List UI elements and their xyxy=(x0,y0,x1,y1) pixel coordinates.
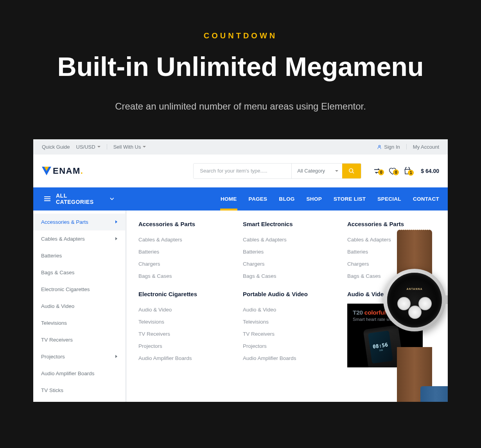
mega-col-1: Accessories & Parts Cables & AdaptersBat… xyxy=(138,221,227,392)
sidebar-item-label: TV Receivers xyxy=(41,337,73,343)
svg-line-2 xyxy=(352,172,354,173)
mega-heading: Accessories & Parts xyxy=(347,221,436,227)
mega-link[interactable]: Audio & Video xyxy=(138,304,227,316)
sidebar-item[interactable]: Batteries xyxy=(33,247,125,264)
mega-link[interactable]: Chargers xyxy=(243,258,332,270)
sidebar-item-label: Projectors xyxy=(41,354,65,360)
sell-with-us-link[interactable]: Sell With Us xyxy=(113,144,146,150)
my-account-link[interactable]: My Account xyxy=(413,144,439,150)
nav-links: HOMEPAGESBLOGSHOPSTORE LISTSPECIALCONTAC… xyxy=(125,187,448,211)
mega-link[interactable]: Televisions xyxy=(138,316,227,328)
sidebar-item-label: Televisions xyxy=(41,320,67,326)
sidebar-item-label: TV Sticks xyxy=(41,387,63,393)
mega-link[interactable]: Bags & Cases xyxy=(347,270,436,282)
sidebar-item-label: Electronic Cigarettes xyxy=(41,286,90,292)
nav-link-contact[interactable]: CONTACT xyxy=(413,187,439,211)
megamenu-content: Accessories & PartsCables & AdaptersBatt… xyxy=(33,211,448,402)
mega-heading: Electronic Cigarettes xyxy=(138,291,227,297)
promo-screen-graphic: 08:56 SUN xyxy=(368,330,393,363)
nav-link-blog[interactable]: BLOG xyxy=(279,187,294,211)
nav-link-shop[interactable]: SHOP xyxy=(307,187,322,211)
sidebar-item[interactable]: Projectors xyxy=(33,348,125,365)
mega-link[interactable]: Batteries xyxy=(138,246,227,258)
mega-link[interactable]: Cables & Adapters xyxy=(138,234,227,246)
logo-text: ENAM. xyxy=(53,166,83,176)
nav-link-special[interactable]: SPECIAL xyxy=(377,187,401,211)
sidebar-item-label: Audio & Video xyxy=(41,303,74,309)
sidebar-item[interactable]: Cables & Adapters xyxy=(33,230,125,247)
svg-point-1 xyxy=(349,169,353,172)
topbar: Quick Guide US/USD Sell With Us Sign In … xyxy=(33,139,448,155)
compare-button[interactable]: 0 xyxy=(373,167,382,175)
cart-button[interactable]: 1 xyxy=(404,167,411,175)
sidebar-item-label: Batteries xyxy=(41,253,62,259)
sidebar-item[interactable]: TV Sticks xyxy=(33,382,125,399)
header-icons: 0 0 1 $ 64.00 xyxy=(373,167,439,175)
hero: COUNTDOWN Built-in Unlimited Megamenu Cr… xyxy=(16,31,465,112)
quick-guide-link[interactable]: Quick Guide xyxy=(42,144,70,150)
caret-down-icon xyxy=(97,146,101,148)
currency-selector[interactable]: US/USD xyxy=(76,144,101,150)
mega-link[interactable]: Projectors xyxy=(138,340,227,352)
search-bar: All Category xyxy=(193,163,361,179)
chevron-right-icon xyxy=(115,355,117,358)
divider xyxy=(107,144,107,149)
compare-badge: 0 xyxy=(378,169,384,175)
sidebar-item[interactable]: TV Receivers xyxy=(33,331,125,348)
sidebar-item[interactable]: Televisions xyxy=(33,315,125,331)
mega-link[interactable]: Chargers xyxy=(347,258,436,270)
mega-link[interactable]: Projectors xyxy=(243,340,332,352)
mega-link[interactable]: Televisions xyxy=(243,316,332,328)
logo-icon xyxy=(42,167,51,175)
nav-link-home[interactable]: HOME xyxy=(221,187,237,211)
mega-heading: Accessories & Parts xyxy=(138,221,227,227)
sidebar-item[interactable]: Bags & Cases xyxy=(33,264,125,281)
search-category-label: All Category xyxy=(297,168,325,174)
sidebar-item[interactable]: Electronic Cigarettes xyxy=(33,281,125,298)
mega-heading: Smart Electronics xyxy=(243,221,332,227)
mega-link[interactable]: Batteries xyxy=(347,246,436,258)
mega-link[interactable]: Audio Amplifier Boards xyxy=(243,352,332,364)
sidebar-item[interactable]: Accessories & Parts xyxy=(33,214,125,230)
mega-link[interactable]: Bags & Cases xyxy=(138,270,227,282)
all-categories-button[interactable]: ALL CATEGORIES xyxy=(33,187,125,211)
mega-col-2: Smart Electronics Cables & AdaptersBatte… xyxy=(243,221,332,392)
logo[interactable]: ENAM. xyxy=(42,166,83,176)
nav-link-store-list[interactable]: STORE LIST xyxy=(334,187,366,211)
mega-link[interactable]: Cables & Adapters xyxy=(347,234,436,246)
sidebar-item-label: Bags & Cases xyxy=(41,270,75,275)
chevron-right-icon xyxy=(115,220,117,223)
search-icon xyxy=(348,168,355,174)
mega-link[interactable]: TV Receivers xyxy=(243,328,332,340)
hero-subtitle: Create an unlimited number of menu areas… xyxy=(16,101,465,112)
promo-banner[interactable]: T20 colorful screen Smart heart rate wat… xyxy=(347,304,423,367)
mega-link[interactable]: TV Receivers xyxy=(138,328,227,340)
hero-title: Built-in Unlimited Megamenu xyxy=(16,52,465,81)
currency-label: US/USD xyxy=(76,144,95,150)
cart-total: $ 64.00 xyxy=(421,168,439,174)
mega-link[interactable]: Batteries xyxy=(243,246,332,258)
divider xyxy=(406,144,407,149)
sidebar-item-label: Audio Amplifier Boards xyxy=(41,371,95,376)
nav-link-pages[interactable]: PAGES xyxy=(249,187,267,211)
search-button[interactable] xyxy=(342,164,361,178)
wishlist-button[interactable]: 0 xyxy=(389,167,397,175)
sidebar-item[interactable]: Audio Amplifier Boards xyxy=(33,365,125,382)
caret-down-icon xyxy=(335,170,338,172)
sell-label: Sell With Us xyxy=(113,144,141,150)
mega-link[interactable]: Audio Amplifier Boards xyxy=(138,352,227,364)
chevron-right-icon xyxy=(115,237,117,240)
search-input[interactable] xyxy=(194,164,291,178)
promo-subtitle: Smart heart rate watch xyxy=(353,317,398,322)
sidebar-item[interactable]: Audio & Video xyxy=(33,298,125,315)
mega-link[interactable]: Chargers xyxy=(138,258,227,270)
user-icon xyxy=(377,144,382,149)
mega-link[interactable]: Audio & Video xyxy=(243,304,332,316)
cart-badge: 1 xyxy=(408,170,414,176)
mega-link[interactable]: Cables & Adapters xyxy=(243,234,332,246)
search-category-select[interactable]: All Category xyxy=(291,164,342,178)
sign-in-link[interactable]: Sign In xyxy=(377,144,400,150)
caret-down-icon xyxy=(143,146,146,148)
sidebar-item-label: Accessories & Parts xyxy=(41,219,88,225)
mega-link[interactable]: Bags & Cases xyxy=(243,270,332,282)
